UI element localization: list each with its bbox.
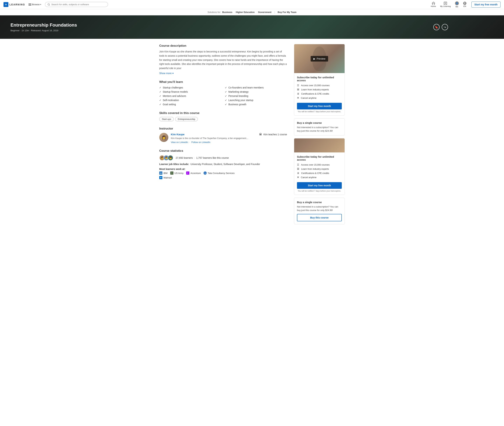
check-icon: ✓ — [159, 103, 161, 106]
nav-item-home[interactable]: Home — [429, 1, 438, 8]
follow-linkedin-link[interactable]: Follow on LinkedIn — [191, 141, 210, 143]
card1-feature-2: 🏛 Learn from industry experts — [297, 88, 342, 91]
x-icon-2: ✕ — [297, 176, 299, 179]
home-icon — [432, 2, 435, 5]
card2-feature-3: 🖥 Certifications & CPE credits — [297, 172, 342, 174]
preview-image[interactable]: ▶ Preview — [294, 44, 344, 73]
job-titles-value: University Professor, Student, Software … — [190, 163, 260, 165]
feature2-label: Learn from industry experts — [301, 88, 329, 91]
buy-card-1: Buy a single course Not interested in a … — [294, 118, 345, 135]
instructor-name: Kim Kaupe — [171, 133, 248, 136]
learn-item: ✓Marketing strategy — [225, 90, 287, 93]
buy-card-2: Buy a single course Not interested in a … — [294, 198, 345, 224]
globe-icon — [463, 2, 467, 5]
learners-count: 27,650 learners — [176, 156, 193, 159]
instructor-info: Kim Kaupe Kim Kaupe is the co-founder of… — [171, 133, 248, 144]
main-layout: Course description Join Kim Kaupe as she… — [156, 39, 348, 232]
buy1-text: Not interested in a subscription? You ca… — [297, 126, 342, 133]
walmart-logo: W — [159, 176, 162, 179]
building-icon: 🏛 — [259, 133, 262, 136]
ibm-logo: IBM — [159, 171, 162, 175]
companies-row: Most learners work at: IBM IBM ★ US Army… — [159, 168, 287, 179]
subheader-link-higher-ed[interactable]: Higher Education — [236, 11, 255, 14]
course-description-title: Course description — [159, 44, 287, 48]
header-cta-button[interactable]: Start my free month — [471, 2, 501, 7]
browse-chevron-icon: ▾ — [40, 3, 41, 5]
browse-button[interactable]: Browse ▾ — [27, 2, 43, 7]
subheader-link-government[interactable]: Government — [258, 11, 272, 14]
subheader-link-business[interactable]: Business — [222, 11, 232, 14]
view-linkedin-link[interactable]: View on LinkedIn — [171, 141, 188, 143]
skill-tag-startups[interactable]: Start-ups — [159, 117, 174, 121]
nav-me-label: Me — [455, 6, 458, 8]
check-icon: ✓ — [225, 103, 227, 106]
learn-item: ✓Startup finance models — [159, 90, 221, 93]
check-icon: ✓ — [225, 90, 227, 93]
what-you-learn-section: What you'll learn ✓Startup challenges ✓C… — [159, 80, 287, 106]
x-icon: ✕ — [297, 97, 299, 99]
instructor-body: 👩 Kim Kaupe Kim Kaupe is the co-founder … — [159, 133, 287, 144]
card2-feature-2: 🏛 Learn from industry experts — [297, 167, 342, 170]
skills-title: Skills covered in this course — [159, 111, 287, 115]
nav-item-me[interactable]: 👤 Me — [453, 0, 461, 9]
check-icon: ✓ — [159, 95, 161, 97]
card1-cta-button[interactable]: Start my free month — [297, 103, 342, 109]
feature3-label: Certifications & CPE credits — [301, 92, 329, 95]
avatar-sm-3: 👦 — [168, 155, 173, 161]
subheader-sep1: · — [234, 11, 234, 14]
card1-title: Subscribe today for unlimited access — [297, 76, 342, 82]
logo[interactable]: in LEARNING — [3, 2, 25, 7]
card2-feature4-label: Cancel anytime — [301, 176, 317, 179]
sidebar-card-2: Subscribe today for unlimited access ☰ A… — [294, 138, 345, 195]
nav-item-en[interactable]: EN — [461, 1, 469, 8]
learn-item-label: Self-motivation — [163, 99, 179, 102]
buy-this-course-button[interactable]: Buy this course — [297, 214, 342, 221]
stats-title: Course statistics — [159, 149, 287, 153]
card1-feature-4: ✕ Cancel anytime — [297, 97, 342, 99]
nav-items: Home My Learning 👤 Me EN — [429, 0, 469, 9]
learn-item-label: Mentors and advisors — [163, 95, 186, 97]
learn-item-label: Startup challenges — [163, 86, 183, 89]
check-icon: ✓ — [225, 86, 227, 89]
usarmy-label: US Army — [175, 172, 183, 174]
sidebar-card-1: ▶ Preview Subscribe today for unlimited … — [294, 44, 345, 115]
solutions-label: Solutions for: — [208, 11, 221, 14]
show-more-label: Show more — [159, 72, 172, 75]
search-bar[interactable] — [45, 2, 108, 7]
logo-learning-text: LEARNING — [9, 3, 25, 6]
show-more-button[interactable]: Show more ▾ — [159, 72, 174, 75]
preview-image-2 — [294, 138, 344, 152]
card2-feature-1: ☰ Access over 15,000 courses — [297, 163, 342, 166]
check-icon: ✓ — [159, 86, 161, 89]
skill-tag-entrepreneurship[interactable]: Entrepreneurship — [175, 117, 198, 121]
learn-item: ✓Launching your startup — [225, 99, 287, 102]
instructor-section: Instructor 👩 Kim Kaupe Kim Kaupe is the … — [159, 127, 287, 144]
svg-rect-5 — [432, 3, 435, 5]
sidebar: ▶ Preview Subscribe today for unlimited … — [294, 44, 345, 227]
tcs-logo: TCS — [204, 171, 207, 175]
learn-item: ✓Business growth — [225, 103, 287, 106]
learn-title: What you'll learn — [159, 80, 287, 84]
learn-item-label: Personal branding — [228, 95, 248, 97]
search-input[interactable] — [51, 3, 106, 6]
bookmark-button[interactable]: 🔖 — [433, 24, 440, 30]
header: in LEARNING Browse ▾ Home My Learning 👤 … — [0, 0, 504, 9]
course-description-section: Course description Join Kim Kaupe as she… — [159, 44, 287, 75]
instructor-avatar: 👩 — [159, 133, 168, 142]
card1-body: Subscribe today for unlimited access ☰ A… — [294, 73, 344, 115]
learn-item: ✓Mentors and advisors — [159, 95, 221, 97]
card1-feature-3: 🖥 Certifications & CPE credits — [297, 92, 342, 95]
nav-item-my-learning[interactable]: My Learning — [438, 1, 453, 8]
card2-cta-button[interactable]: Start my free month — [297, 182, 342, 189]
company-us-army: ★ US Army — [170, 171, 183, 175]
preview-button[interactable]: ▶ Preview — [311, 56, 328, 62]
walmart-label: Walmart — [163, 176, 172, 179]
subheader: Solutions for: Business · Higher Educati… — [0, 9, 504, 15]
nav-home-label: Home — [431, 5, 436, 7]
avatar: 👤 — [455, 1, 459, 5]
share-button[interactable]: ↪ — [442, 24, 448, 30]
subheader-link-buy-team[interactable]: Buy For My Team — [278, 11, 296, 14]
skills-section: Skills covered in this course Start-ups … — [159, 111, 287, 121]
card2-feature-4: ✕ Cancel anytime — [297, 176, 342, 179]
company-accenture: ➤ Accenture — [186, 171, 201, 175]
